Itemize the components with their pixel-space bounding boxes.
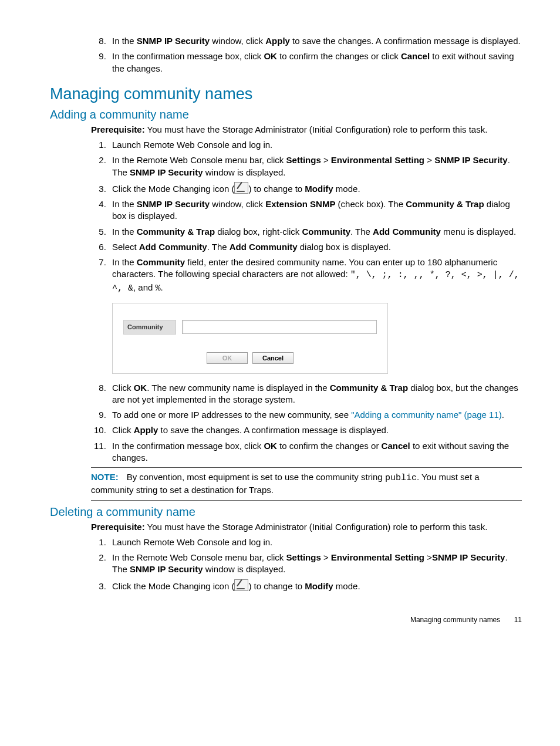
adding-prerequisite: Prerequisite: You must have the Storage … xyxy=(91,124,522,136)
deleting-step-1: Launch Remote Web Console and log in. xyxy=(109,536,522,548)
footer-section: Managing community names xyxy=(410,616,500,624)
heading-managing-community-names: Managing community names xyxy=(50,85,522,103)
page-footer: Managing community names 11 xyxy=(50,616,522,624)
adding-step-11: In the confirmation message box, click O… xyxy=(109,440,522,464)
page-number: 11 xyxy=(514,616,522,624)
adding-step-2: In the Remote Web Console menu bar, clic… xyxy=(109,154,522,178)
adding-step-4: In the SNMP IP Security window, click Ex… xyxy=(109,198,522,222)
mode-changing-icon xyxy=(234,579,248,591)
heading-adding-community-name: Adding a community name xyxy=(50,108,522,121)
ok-button[interactable]: OK xyxy=(207,352,248,364)
top-step-8: In the SNMP IP Security window, click Ap… xyxy=(109,35,522,47)
note-label: NOTE: xyxy=(91,472,119,482)
deleting-step-2: In the Remote Web Console menu bar, clic… xyxy=(109,552,522,576)
heading-deleting-community-name: Deleting a community name xyxy=(50,505,522,519)
adding-step-5: In the Community & Trap dialog box, righ… xyxy=(109,226,522,238)
note-block: NOTE:By convention, most equipment is se… xyxy=(91,467,522,501)
community-label: Community xyxy=(123,320,176,335)
adding-step-10: Click Apply to save the changes. A confi… xyxy=(109,424,522,436)
cancel-button[interactable]: Cancel xyxy=(252,352,294,364)
mode-changing-icon xyxy=(234,182,248,194)
top-step-9: In the confirmation message box, click O… xyxy=(109,50,522,75)
adding-step-8: Click OK. The new community name is disp… xyxy=(109,382,522,406)
adding-step-6: Select Add Community. The Add Community … xyxy=(109,241,522,253)
community-input[interactable] xyxy=(182,320,377,334)
deleting-step-3: Click the Mode Changing icon () to chang… xyxy=(109,579,522,592)
adding-step-3: Click the Mode Changing icon () to chang… xyxy=(109,182,522,195)
adding-community-link[interactable]: "Adding a community name" (page 11) xyxy=(351,410,502,420)
adding-step-1: Launch Remote Web Console and log in. xyxy=(109,139,522,151)
deleting-prerequisite: Prerequisite: You must have the Storage … xyxy=(91,521,522,533)
adding-step-9: To add one or more IP addresses to the n… xyxy=(109,409,522,421)
community-dialog: Community OK Cancel xyxy=(112,303,388,374)
adding-step-7: In the Community field, enter the desire… xyxy=(109,256,522,374)
